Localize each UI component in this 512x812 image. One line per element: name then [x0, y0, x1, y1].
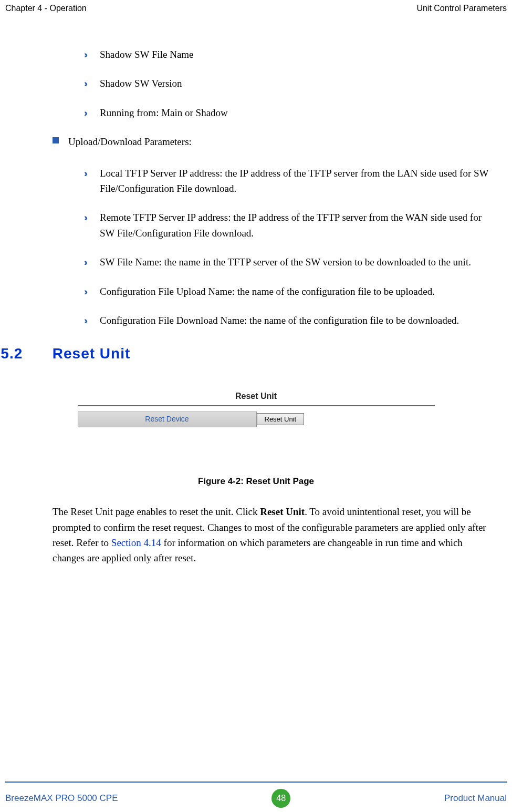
chevron-icon: ›› — [84, 314, 85, 328]
section-heading: 4.5.2 Reset Unit — [0, 342, 491, 365]
upload-heading: Upload/Download Parameters: — [68, 136, 192, 147]
chevron-icon: ›› — [84, 285, 85, 300]
reset-description: The Reset Unit page enables to reset the… — [53, 504, 491, 566]
reset-device-label: Reset Device — [78, 412, 257, 427]
square-bullet-icon — [53, 137, 59, 143]
section-number: 4.5.2 — [0, 342, 48, 365]
list-item: ›› Remote TFTP Server IP address: the IP… — [68, 210, 491, 241]
section-title: Reset Unit — [53, 345, 130, 362]
list-text: Local TFTP Server IP address: the IP add… — [100, 168, 488, 194]
header-section: Unit Control Parameters — [416, 2, 507, 15]
list-item: ›› Running from: Main or Shadow — [68, 105, 491, 120]
list-text: Shadow SW Version — [100, 78, 182, 89]
page-number: 48 — [271, 789, 290, 808]
list-item: ›› SW File Name: the name in the TFTP se… — [68, 254, 491, 270]
list-item: ›› Configuration File Upload Name: the n… — [68, 284, 491, 299]
list-text: Running from: Main or Shadow — [100, 107, 228, 118]
chevron-icon: ›› — [84, 211, 85, 225]
chevron-icon: ›› — [84, 167, 85, 181]
figure-caption: Figure 4-2: Reset Unit Page — [72, 475, 440, 488]
chevron-icon: ›› — [84, 106, 85, 121]
section-link[interactable]: Section 4.14 — [111, 537, 161, 548]
reset-row: Reset Device Reset Unit — [78, 412, 435, 427]
upload-list: ›› Local TFTP Server IP address: the IP … — [68, 166, 491, 328]
list-text: Shadow SW File Name — [100, 49, 194, 60]
panel-title: Reset Unit — [78, 390, 435, 405]
list-item: ›› Shadow SW File Name — [68, 47, 491, 62]
list-text: Configuration File Upload Name: the name… — [100, 286, 435, 297]
footer-manual: Product Manual — [444, 792, 507, 805]
list-text: SW File Name: the name in the TFTP serve… — [100, 256, 471, 268]
list-text: Configuration File Download Name: the na… — [100, 315, 459, 326]
page-footer: BreezeMAX PRO 5000 CPE 48 Product Manual — [0, 782, 512, 812]
list-item: ›› Shadow SW Version — [68, 76, 491, 91]
reset-button-cell: Reset Unit — [257, 412, 435, 427]
para-bold: Reset Unit — [260, 506, 305, 517]
chevron-icon: ›› — [84, 48, 85, 63]
panel-divider — [78, 405, 435, 406]
page-header: Chapter 4 - Operation Unit Control Param… — [0, 0, 512, 15]
para-part1: The Reset Unit page enables to reset the… — [53, 506, 260, 517]
reset-unit-panel: Reset Unit Reset Device Reset Unit — [78, 390, 435, 427]
list-item: ›› Local TFTP Server IP address: the IP … — [68, 166, 491, 197]
upload-heading-row: Upload/Download Parameters: — [53, 134, 491, 149]
list-item: ›› Configuration File Download Name: the… — [68, 313, 491, 328]
sw-info-list: ›› Shadow SW File Name ›› Shadow SW Vers… — [68, 47, 491, 120]
chevron-icon: ›› — [84, 255, 85, 270]
figure-reset-unit: Reset Unit Reset Device Reset Unit Figur… — [72, 390, 440, 488]
list-text: Remote TFTP Server IP address: the IP ad… — [100, 212, 482, 238]
page-content: ›› Shadow SW File Name ›› Shadow SW Vers… — [0, 15, 512, 566]
chevron-icon: ›› — [84, 77, 85, 91]
reset-unit-button[interactable]: Reset Unit — [257, 413, 305, 425]
header-chapter: Chapter 4 - Operation — [5, 2, 87, 15]
footer-product: BreezeMAX PRO 5000 CPE — [5, 792, 118, 805]
